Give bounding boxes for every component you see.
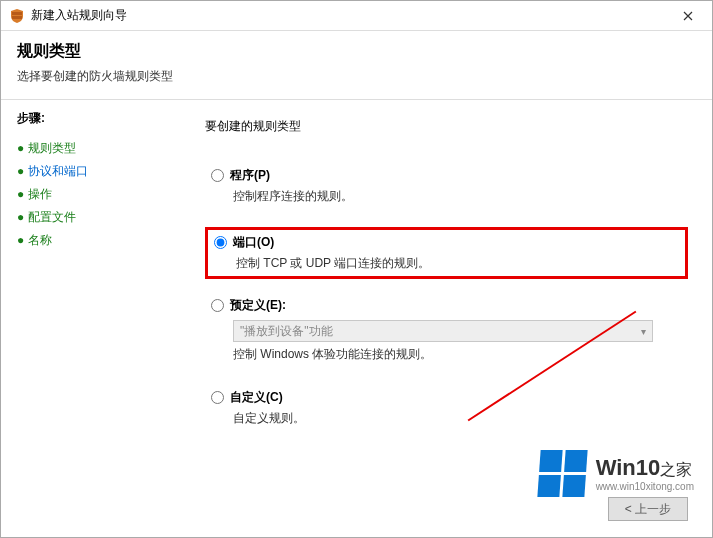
svg-rect-0 xyxy=(12,12,22,15)
option-custom-desc: 自定义规则。 xyxy=(233,410,682,427)
option-custom-label: 自定义(C) xyxy=(230,389,283,406)
wizard-window: 新建入站规则向导 规则类型 选择要创建的防火墙规则类型 步骤: ●规则类型 ●协… xyxy=(0,0,713,538)
option-predefined-desc: 控制 Windows 体验功能连接的规则。 xyxy=(233,346,682,363)
chevron-down-icon: ▾ xyxy=(641,326,646,337)
watermark-url: www.win10xitong.com xyxy=(596,481,694,492)
option-program: 程序(P) 控制程序连接的规则。 xyxy=(205,163,688,209)
option-custom: 自定义(C) 自定义规则。 xyxy=(205,385,688,431)
steps-list: ●规则类型 ●协议和端口 ●操作 ●配置文件 ●名称 xyxy=(17,137,165,252)
bullet-icon: ● xyxy=(17,187,24,201)
predefined-combo: "播放到设备"功能 ▾ xyxy=(233,320,653,342)
wizard-body: 步骤: ●规则类型 ●协议和端口 ●操作 ●配置文件 ●名称 要创建的规则类型 … xyxy=(1,100,712,537)
radio-port[interactable] xyxy=(214,236,227,249)
bullet-icon: ● xyxy=(17,141,24,155)
steps-sidebar: 步骤: ●规则类型 ●协议和端口 ●操作 ●配置文件 ●名称 xyxy=(1,100,181,537)
predefined-combo-value: "播放到设备"功能 xyxy=(240,323,333,340)
watermark-text: Win10之家 www.win10xitong.com xyxy=(596,455,694,492)
page-subtitle: 选择要创建的防火墙规则类型 xyxy=(17,68,696,85)
close-button[interactable] xyxy=(668,2,708,30)
option-port-label: 端口(O) xyxy=(233,234,274,251)
bullet-icon: ● xyxy=(17,164,24,178)
option-port-desc: 控制 TCP 或 UDP 端口连接的规则。 xyxy=(236,255,679,272)
step-rule-type[interactable]: ●规则类型 xyxy=(17,137,165,160)
page-title: 规则类型 xyxy=(17,41,696,62)
step-label: 规则类型 xyxy=(28,141,76,155)
watermark: Win10之家 www.win10xitong.com xyxy=(539,450,694,497)
step-label: 操作 xyxy=(28,187,52,201)
firewall-icon xyxy=(9,8,25,24)
option-program-desc: 控制程序连接的规则。 xyxy=(233,188,682,205)
step-label: 名称 xyxy=(28,233,52,247)
windows-logo-icon xyxy=(537,450,587,497)
step-label[interactable]: 协议和端口 xyxy=(28,164,88,178)
content-pane: 要创建的规则类型 程序(P) 控制程序连接的规则。 端口(O) 控制 TCP 或… xyxy=(181,100,712,537)
window-title: 新建入站规则向导 xyxy=(31,7,668,24)
watermark-brand: Win10 xyxy=(596,455,661,480)
option-predefined-label: 预定义(E): xyxy=(230,297,286,314)
back-button[interactable]: < 上一步 xyxy=(608,497,688,521)
radio-custom[interactable] xyxy=(211,391,224,404)
option-program-label: 程序(P) xyxy=(230,167,270,184)
wizard-header: 规则类型 选择要创建的防火墙规则类型 xyxy=(1,31,712,100)
close-icon xyxy=(683,11,693,21)
step-protocol-port[interactable]: ●协议和端口 xyxy=(17,160,165,183)
watermark-suffix: 之家 xyxy=(660,461,692,478)
step-profile[interactable]: ●配置文件 xyxy=(17,206,165,229)
bullet-icon: ● xyxy=(17,210,24,224)
option-predefined: 预定义(E): "播放到设备"功能 ▾ 控制 Windows 体验功能连接的规则… xyxy=(205,293,688,367)
step-label: 配置文件 xyxy=(28,210,76,224)
bullet-icon: ● xyxy=(17,233,24,247)
step-name[interactable]: ●名称 xyxy=(17,229,165,252)
rule-type-options: 程序(P) 控制程序连接的规则。 端口(O) 控制 TCP 或 UDP 端口连接… xyxy=(205,163,688,431)
wizard-footer: < 上一步 xyxy=(608,497,688,521)
radio-predefined[interactable] xyxy=(211,299,224,312)
step-action[interactable]: ●操作 xyxy=(17,183,165,206)
content-prompt: 要创建的规则类型 xyxy=(205,118,688,135)
steps-heading: 步骤: xyxy=(17,110,165,127)
option-port: 端口(O) 控制 TCP 或 UDP 端口连接的规则。 xyxy=(205,227,688,279)
svg-rect-1 xyxy=(12,16,22,19)
radio-program[interactable] xyxy=(211,169,224,182)
titlebar: 新建入站规则向导 xyxy=(1,1,712,31)
